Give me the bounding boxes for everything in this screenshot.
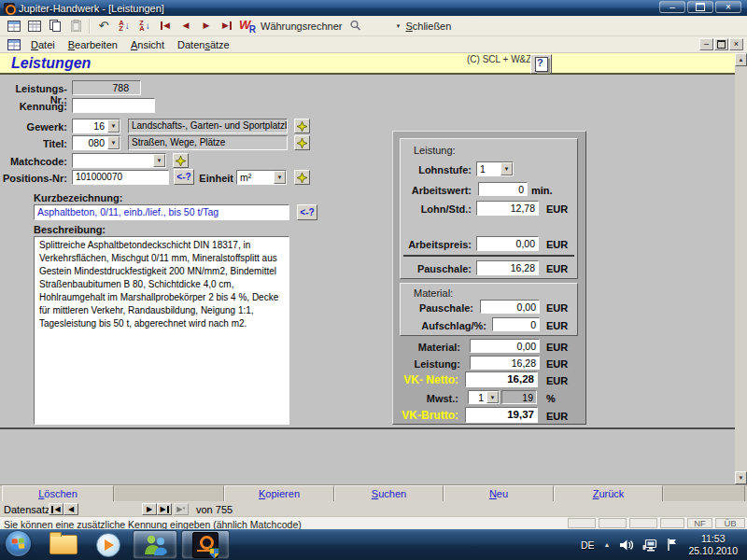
chevron-down-icon[interactable]: ▼ xyxy=(274,171,286,184)
previous-record-nav-button[interactable]: ◀ xyxy=(63,503,78,515)
loeschen-button[interactable]: Löschen xyxy=(2,485,114,502)
mdi-restore-button[interactable] xyxy=(714,38,728,50)
summary-material-field[interactable]: 0,00 xyxy=(470,339,540,353)
chevron-down-icon[interactable]: ▼ xyxy=(153,154,165,167)
currency-calculator-button[interactable]: WR xyxy=(238,17,257,35)
explorer-taskbar-button[interactable] xyxy=(45,530,82,559)
window-menu-icon[interactable] xyxy=(7,39,21,50)
toolbar-close-button[interactable]: Schließen xyxy=(405,21,451,32)
chevron-down-icon[interactable]: ▼ xyxy=(500,162,513,175)
network-icon[interactable] xyxy=(642,539,657,552)
previous-record-button[interactable]: ◀ xyxy=(176,17,195,35)
messenger-taskbar-button[interactable] xyxy=(133,530,177,559)
scroll-up-icon[interactable]: ▲ xyxy=(735,53,747,66)
last-record-button[interactable]: ▶ xyxy=(218,17,236,35)
kopieren-button[interactable]: Kopieren xyxy=(224,485,334,502)
arbeitswert-field[interactable]: 0 xyxy=(478,182,528,196)
material-group-title: Material: xyxy=(414,287,453,299)
close-button[interactable]: × xyxy=(715,1,741,13)
mdi-close-button[interactable]: × xyxy=(729,38,743,50)
form-view-button[interactable] xyxy=(5,17,23,35)
maximize-button[interactable] xyxy=(687,1,713,13)
toolbar-dropdown-icon[interactable]: ▼ xyxy=(393,23,402,29)
currency-calculator-label[interactable]: Währungsrechner xyxy=(261,21,342,32)
pauschale-field[interactable]: 16,28 xyxy=(476,260,539,275)
scroll-down-icon[interactable]: ▼ xyxy=(735,471,747,484)
suchen-button[interactable]: Suchen xyxy=(334,485,444,502)
chevron-down-icon[interactable]: ▼ xyxy=(107,119,120,133)
status-bar: Sie können eine zusätzliche Kennung eing… xyxy=(0,516,747,530)
material-group: Material: Pauschale: 0,00 EUR Aufschlag/… xyxy=(400,283,578,336)
gewerk-detail-button[interactable] xyxy=(294,119,310,133)
gewerk-text-field: Landschafts-, Garten- und Sportplatzbau xyxy=(128,119,288,133)
aufschlag-field[interactable]: 0 xyxy=(492,317,540,331)
star-icon xyxy=(297,173,307,183)
vertical-scrollbar[interactable]: ▲ ▼ xyxy=(735,53,747,484)
positionsnr-lookup-button[interactable]: <-? xyxy=(174,169,194,185)
vk-netto-unit: EUR xyxy=(546,375,568,386)
vk-netto-field[interactable]: 16,28 xyxy=(465,371,538,387)
help-button[interactable]: ? xyxy=(530,54,552,74)
first-record-nav-button[interactable]: ◀ xyxy=(49,503,63,515)
summary-leistung-field[interactable]: 16,28 xyxy=(470,356,540,370)
star-icon xyxy=(176,156,186,166)
chevron-down-icon[interactable]: ▼ xyxy=(486,391,499,403)
new-record-nav-button: ▶* xyxy=(174,503,189,515)
language-indicator[interactable]: DE xyxy=(581,539,595,551)
beschreibung-textarea[interactable]: Splittreiche Asphaltbetondeckschicht DIN… xyxy=(34,236,289,425)
tray-expand-icon[interactable]: ▲ xyxy=(604,541,611,548)
taskbar-clock[interactable]: 11:53 25.10.2010 xyxy=(688,533,738,557)
status-panel xyxy=(599,518,627,528)
sort-descending-button[interactable]: ZA↓ xyxy=(135,17,154,35)
mdi-minimize-button[interactable]: – xyxy=(699,38,713,50)
titel-combobox[interactable]: 080 ▼ xyxy=(72,135,120,150)
minimize-button[interactable]: – xyxy=(659,1,685,13)
last-record-nav-button[interactable]: ▶ xyxy=(157,503,172,515)
next-record-nav-button[interactable]: ▶ xyxy=(142,503,157,515)
matchcode-combobox[interactable]: ▼ xyxy=(72,153,166,168)
last-record-icon: ▶ xyxy=(222,21,232,30)
menu-ansicht[interactable]: Ansicht xyxy=(131,39,164,50)
menu-bearbeiten[interactable]: Bearbeiten xyxy=(68,39,118,50)
leistung-group: Leistung: Lohnstufe: 1 ▼ Arbeitswert: 0 … xyxy=(400,138,578,279)
next-record-button[interactable]: ▶ xyxy=(197,17,216,35)
zurueck-button[interactable]: Zurück xyxy=(554,485,663,502)
einheit-combobox[interactable]: m² ▼ xyxy=(236,170,287,185)
lohnstufe-combobox[interactable]: 1 ▼ xyxy=(476,161,514,176)
start-button[interactable] xyxy=(6,531,31,556)
copy-button[interactable] xyxy=(46,17,64,35)
arbeitswert-label: Arbeitswert: xyxy=(401,185,472,196)
vk-brutto-field[interactable]: 19,37 xyxy=(465,407,538,423)
chevron-down-icon[interactable]: ▼ xyxy=(107,136,120,149)
datasheet-view-button[interactable] xyxy=(25,17,44,35)
einheit-detail-button[interactable] xyxy=(294,170,310,185)
lohnstd-field[interactable]: 12,78 xyxy=(476,201,539,216)
material-pauschale-field[interactable]: 0,00 xyxy=(480,300,540,314)
kurzbezeichnung-lookup-button[interactable]: <-? xyxy=(297,204,317,220)
first-record-button[interactable]: ◀ xyxy=(156,17,175,35)
positionsnr-field[interactable]: 101000070 xyxy=(72,170,169,185)
undo-button[interactable]: ↶ xyxy=(94,17,113,35)
vk-netto-label: VK- Netto: xyxy=(393,373,458,386)
action-center-flag-icon[interactable] xyxy=(667,538,678,552)
help-icon: ? xyxy=(537,57,543,68)
currency-calculator-icon: WR xyxy=(239,19,256,33)
menu-datensaetze[interactable]: Datensätze xyxy=(177,39,230,50)
sort-ascending-button[interactable]: AZ↓ xyxy=(115,17,134,35)
kennung-field[interactable] xyxy=(72,98,155,113)
matchcode-detail-button[interactable] xyxy=(173,153,189,168)
undo-icon: ↶ xyxy=(99,20,109,32)
neu-button[interactable]: Neu xyxy=(444,485,554,502)
titel-detail-button[interactable] xyxy=(294,135,310,150)
gewerk-combobox[interactable]: 16 ▼ xyxy=(72,119,120,133)
arbeitspreis-label: Arbeitspreis: xyxy=(401,239,472,250)
media-player-taskbar-button[interactable] xyxy=(90,530,127,559)
mwst-rate-field: 19 xyxy=(501,390,537,404)
menu-datei[interactable]: Datei xyxy=(31,39,55,50)
arbeitspreis-field[interactable]: 0,00 xyxy=(476,236,539,251)
jupiter-taskbar-button[interactable] xyxy=(181,530,230,559)
search-button[interactable] xyxy=(345,17,364,35)
volume-icon[interactable] xyxy=(619,539,633,552)
mwst-combobox[interactable]: 1 ▼ xyxy=(468,390,500,404)
kurzbezeichnung-field[interactable]: Asphaltbeton, 0/11, einb./lief., bis 50 … xyxy=(34,204,289,220)
